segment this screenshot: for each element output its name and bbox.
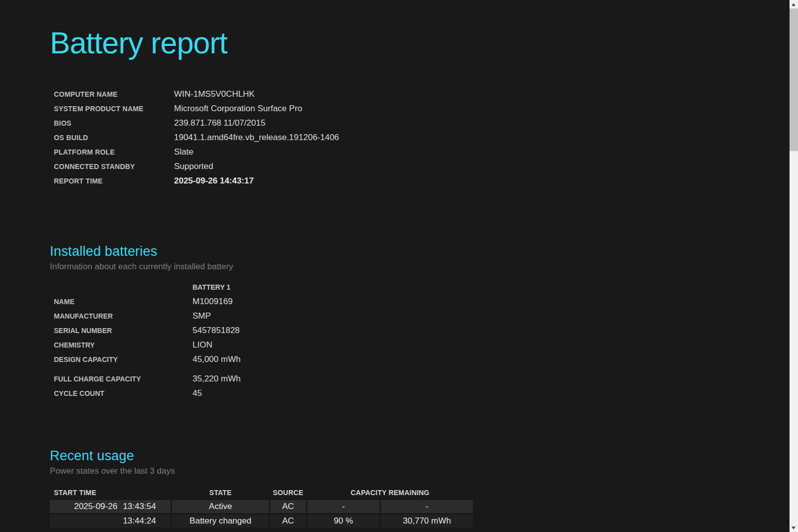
installed-batteries-section: Installed batteries Information about ea… <box>50 244 748 400</box>
info-label: PLATFORM ROLE <box>50 145 170 159</box>
info-label: CONNECTED STANDBY <box>50 159 170 174</box>
table-header-row: START TIME STATE SOURCE CAPACITY REMAINI… <box>50 489 473 499</box>
state-cell: Battery changed <box>172 515 269 528</box>
table-row: 13:44:24 Battery changed AC 90 % 30,770 … <box>50 515 473 528</box>
info-value: Supported <box>170 159 339 174</box>
vertical-scrollbar[interactable] <box>790 0 798 532</box>
info-label: SYSTEM PRODUCT NAME <box>50 101 170 116</box>
table-row: SYSTEM PRODUCT NAME Microsoft Corporatio… <box>50 101 339 116</box>
table-row: BIOS 239.871.768 11/07/2015 <box>50 116 339 130</box>
column-header-capacity-remaining: CAPACITY REMAINING <box>307 489 473 499</box>
start-time-cell: 2025-09-2613:43:54 <box>50 500 171 513</box>
info-label: CHEMISTRY <box>50 338 189 352</box>
table-row: NAME M1009169 <box>50 294 240 309</box>
info-value: Slate <box>170 145 339 159</box>
page-title: Battery report <box>50 26 748 60</box>
recent-usage-section: Recent usage Power states over the last … <box>50 448 748 529</box>
start-time-cell: 13:44:24 <box>50 515 171 528</box>
scroll-down-arrow-icon <box>792 527 796 530</box>
info-value: SMP <box>189 309 240 323</box>
state-cell: Active <box>172 500 269 513</box>
info-label: DESIGN CAPACITY <box>50 352 189 366</box>
system-info-table: COMPUTER NAME WIN-1MS5V0CHLHK SYSTEM PRO… <box>50 87 339 188</box>
table-row: FULL CHARGE CAPACITY 35,220 mWh <box>50 371 240 386</box>
section-heading: Installed batteries <box>50 244 748 259</box>
scroll-up-button[interactable] <box>790 0 798 8</box>
info-label: NAME <box>50 294 189 309</box>
time-text: 13:44:24 <box>123 516 156 526</box>
report-time-value: 2025-09-26 14:43:17 <box>170 174 339 188</box>
scroll-up-arrow-icon <box>792 3 796 6</box>
table-row: PLATFORM ROLE Slate <box>50 145 339 159</box>
section-subtitle: Power states over the last 3 days <box>50 466 748 476</box>
column-header-state: STATE <box>172 489 269 499</box>
info-label: SERIAL NUMBER <box>50 323 189 338</box>
battery-column-header: BATTERY 1 <box>189 280 240 294</box>
capacity-percent-cell: - <box>307 500 380 513</box>
table-row: 2025-09-2613:43:54 Active AC - - <box>50 500 473 513</box>
table-row: CYCLE COUNT 45 <box>50 386 240 400</box>
source-cell: AC <box>270 515 306 528</box>
section-heading: Recent usage <box>50 448 748 464</box>
info-value: 19041.1.amd64fre.vb_release.191206-1406 <box>170 130 339 145</box>
battery-info-table: BATTERY 1 NAME M1009169 MANUFACTURER SMP… <box>50 280 240 400</box>
column-header-source: SOURCE <box>270 489 306 499</box>
capacity-percent-cell: 90 % <box>307 515 380 528</box>
table-row: OS BUILD 19041.1.amd64fre.vb_release.191… <box>50 130 339 145</box>
time-text: 13:43:54 <box>123 502 156 511</box>
info-label: CYCLE COUNT <box>50 386 189 400</box>
recent-usage-table: START TIME STATE SOURCE CAPACITY REMAINI… <box>48 487 474 529</box>
date-text: 2025-09-26 <box>68 502 123 512</box>
spacer-cell <box>50 280 189 294</box>
info-value: M1009169 <box>189 294 240 309</box>
capacity-mwh-cell: 30,770 mWh <box>381 515 473 528</box>
source-cell: AC <box>270 500 306 513</box>
table-row: CHEMISTRY LION <box>50 338 240 352</box>
info-value: 45,000 mWh <box>189 352 240 366</box>
info-label: MANUFACTURER <box>50 309 189 323</box>
column-header-start-time: START TIME <box>50 489 171 499</box>
info-value: 45 <box>189 386 240 400</box>
info-value: 35,220 mWh <box>189 371 240 386</box>
table-row: COMPUTER NAME WIN-1MS5V0CHLHK <box>50 87 339 101</box>
info-label: COMPUTER NAME <box>50 87 170 101</box>
table-row: REPORT TIME 2025-09-26 14:43:17 <box>50 174 339 188</box>
spacer-row <box>50 366 240 371</box>
info-label: OS BUILD <box>50 130 170 145</box>
scroll-down-button[interactable] <box>790 524 798 532</box>
section-subtitle: Information about each currently install… <box>50 262 748 272</box>
info-value: 5457851828 <box>189 323 240 338</box>
table-row: SERIAL NUMBER 5457851828 <box>50 323 240 338</box>
table-row: CONNECTED STANDBY Supported <box>50 159 339 174</box>
table-row: DESIGN CAPACITY 45,000 mWh <box>50 352 240 366</box>
info-value: WIN-1MS5V0CHLHK <box>170 87 339 101</box>
info-label: FULL CHARGE CAPACITY <box>50 371 189 386</box>
scrollbar-thumb[interactable] <box>790 8 798 151</box>
info-value: Microsoft Corporation Surface Pro <box>170 101 339 116</box>
info-label: REPORT TIME <box>50 174 170 188</box>
battery-report-page: Battery report COMPUTER NAME WIN-1MS5V0C… <box>50 26 748 529</box>
table-row: MANUFACTURER SMP <box>50 309 240 323</box>
info-label: BIOS <box>50 116 170 130</box>
capacity-mwh-cell: - <box>381 500 473 513</box>
table-row: BATTERY 1 <box>50 280 240 294</box>
info-value: LION <box>189 338 240 352</box>
info-value: 239.871.768 11/07/2015 <box>170 116 339 130</box>
